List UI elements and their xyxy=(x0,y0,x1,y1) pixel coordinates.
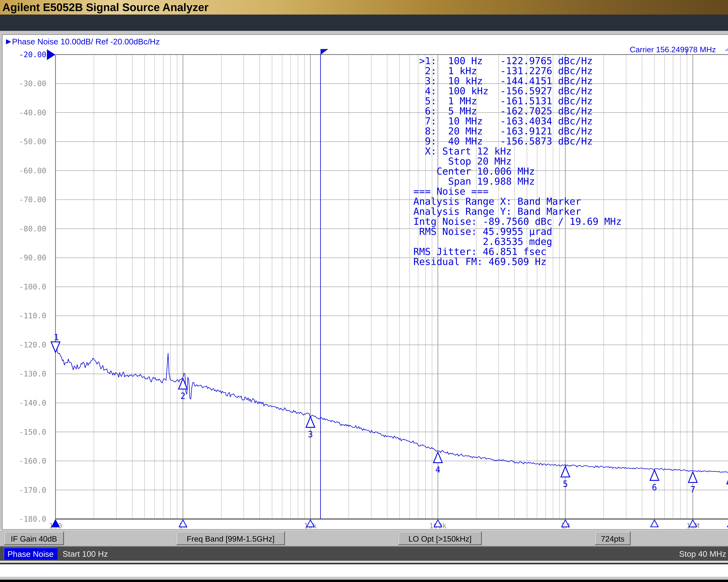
marker-1-glyph-icon[interactable] xyxy=(51,342,60,352)
marker-6-axis-indicator-icon[interactable] xyxy=(651,520,658,527)
marker-4-glyph-icon[interactable] xyxy=(434,452,442,463)
marker-readout-line: 2: 1 kHz -131.2276 dBc/Hz xyxy=(413,66,622,76)
phase-noise-plot-window: 1234567891001k10k100k1M10M-20.00-30.00-4… xyxy=(2,34,728,530)
marker-readout-line: X: Start 12 kHz xyxy=(413,146,622,156)
marker-readout-table: >1: 100 Hz -122.9765 dBc/Hz 2: 1 kHz -13… xyxy=(413,56,622,267)
y-axis-label: -140.0 xyxy=(19,398,46,407)
toolbar-button-if-gain-40db[interactable]: IF Gain 40dB xyxy=(4,531,64,545)
y-axis-label: -160.0 xyxy=(19,456,46,465)
marker-8-glyph-icon[interactable] xyxy=(727,473,728,484)
bottom-gray-strip xyxy=(0,577,728,580)
marker-readout-line: Span 19.988 MHz xyxy=(413,176,622,186)
marker-readout-line: 9: 40 MHz -156.5873 dBc/Hz xyxy=(413,136,622,146)
y-axis-label: -60.00 xyxy=(19,166,46,175)
bevel-strip xyxy=(0,561,728,563)
marker-7-glyph-icon[interactable] xyxy=(688,472,697,482)
marker-3-number: 3 xyxy=(308,429,313,439)
marker-3-glyph-icon[interactable] xyxy=(306,417,315,427)
marker-2-number: 2 xyxy=(180,391,185,401)
instrument-screen: Agilent E5052B Signal Source Analyzer Re… xyxy=(0,0,728,582)
trace-select-arrow-icon: ▶ xyxy=(6,37,11,45)
marker-readout-line: 3: 10 kHz -144.4151 dBc/Hz xyxy=(413,76,622,86)
toolbar-button-lo-opt-150khz[interactable]: LO Opt [>150kHz] xyxy=(398,531,482,545)
marker-5-glyph-icon[interactable] xyxy=(561,467,570,477)
marker-readout-line: 8: 20 MHz -163.9121 dBc/Hz xyxy=(413,126,622,136)
marker-readout-line: Intg Noise: -89.7560 dBc / 19.69 MHz xyxy=(413,217,622,226)
band-marker-start-flag-icon[interactable] xyxy=(320,49,328,55)
y-axis-label: -50.00 xyxy=(19,137,46,146)
marker-1-number: 1 xyxy=(54,332,59,342)
marker-readout-line: 6: 5 MHz -162.7025 dBc/Hz xyxy=(413,106,622,116)
marker-readout-line: Stop 20 MHz xyxy=(413,156,622,166)
sweep-start-label: Start 100 Hz xyxy=(62,549,108,559)
bottom-white-strip xyxy=(0,564,728,577)
y-axis-label: -70.00 xyxy=(19,195,46,204)
measurement-toolbar: IF Gain 40dBFreq Band [99M-1.5GHz]LO Opt… xyxy=(0,530,728,547)
reference-level-arrow-icon[interactable] xyxy=(47,49,55,60)
y-axis-label: -120.0 xyxy=(19,340,46,349)
y-axis-label: -110.0 xyxy=(19,311,46,320)
marker-readout-line: Analysis Range X: Band Marker xyxy=(413,196,622,206)
marker-7-number: 7 xyxy=(690,484,695,494)
y-axis-label: -130.0 xyxy=(19,369,46,378)
y-axis-label: -90.00 xyxy=(19,253,46,262)
toolbar-button-freq-band-99m-1-5ghz[interactable]: Freq Band [99M-1.5GHz] xyxy=(177,531,285,545)
marker-readout-line: 5: 1 MHz -161.5131 dBc/Hz xyxy=(413,96,622,106)
y-axis-label: -180.0 xyxy=(19,515,46,523)
marker-readout-line: >1: 100 Hz -122.9765 dBc/Hz xyxy=(413,56,622,66)
marker-readout-line: 4: 100 kHz -156.5927 dBc/Hz xyxy=(413,86,622,96)
marker-readout-line: Residual FM: 469.509 Hz xyxy=(413,257,622,267)
window-title: Agilent E5052B Signal Source Analyzer xyxy=(2,1,208,13)
y-axis-label: -170.0 xyxy=(19,486,46,494)
marker-6-number: 6 xyxy=(652,482,657,492)
y-axis-label: -30.00 xyxy=(19,79,46,88)
y-axis-label: -20.00 xyxy=(19,50,46,59)
y-axis-label: -100.0 xyxy=(19,282,46,291)
marker-readout-line: Analysis Range Y: Band Marker xyxy=(413,206,622,217)
menu-bar: Resize xyxy=(0,15,728,31)
sweep-stop-label: Stop 40 MHz xyxy=(679,549,726,559)
mode-phase-noise-button[interactable]: Phase Noise xyxy=(4,548,57,560)
marker-readout-line: Center 10.006 MHz xyxy=(413,166,622,176)
marker-readout-line: === Noise === xyxy=(413,186,622,196)
marker-readout-line: RMS Noise: 45.9955 µrad xyxy=(413,226,622,237)
bottom-black-edge xyxy=(0,580,728,582)
marker-readout-line: 2.63535 mdeg xyxy=(413,237,622,247)
trace-scale-info: Phase Noise 10.00dB/ Ref -20.00dBc/Hz xyxy=(12,37,160,46)
toolbar-button-724pts[interactable]: 724pts xyxy=(595,531,630,545)
marker-6-glyph-icon[interactable] xyxy=(650,470,659,480)
y-axis-label: -150.0 xyxy=(19,427,46,436)
carrier-power: -0.9019 dBm xyxy=(725,45,728,54)
marker-8-axis-indicator-icon[interactable] xyxy=(727,520,728,527)
window-title-bar: Agilent E5052B Signal Source Analyzer xyxy=(0,0,728,15)
marker-readout-line: RMS Jitter: 46.851 fsec xyxy=(413,247,622,257)
marker-readout-line: 7: 10 MHz -163.4034 dBc/Hz xyxy=(413,116,622,126)
marker-5-number: 5 xyxy=(563,479,568,489)
carrier-frequency: Carrier 156.249978 MHz xyxy=(630,45,716,54)
phase-noise-trace xyxy=(55,344,728,475)
dark-strip xyxy=(0,563,728,564)
trace-header: ▶Phase Noise 10.00dB/ Ref -20.00dBc/Hz xyxy=(6,37,160,46)
marker-4-number: 4 xyxy=(435,465,440,475)
y-axis-label: -40.00 xyxy=(19,108,46,117)
carrier-readout: Carrier 156.249978 MHz-0.9019 dBm xyxy=(630,45,728,54)
status-bar: Phase Noise Start 100 Hz Stop 40 MHz 4/4 xyxy=(0,547,728,561)
y-axis-label: -80.00 xyxy=(19,224,46,233)
